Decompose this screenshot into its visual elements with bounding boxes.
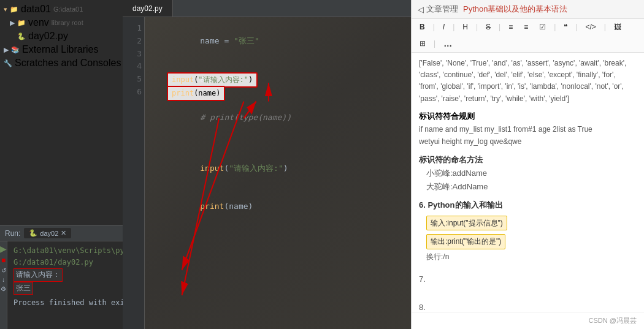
- section2-title: 标识符的命名方法: [419, 153, 637, 167]
- editor-panel: day02.py 1 2 3 4 5 6 name = "张三" age = 2…: [123, 0, 411, 329]
- toolbar-unordered-list[interactable]: ≡: [505, 21, 516, 32]
- line-numbers: 1 2 3 4 5 6: [123, 17, 145, 329]
- tree-item-day02[interactable]: 🐍 day02.py: [0, 29, 123, 43]
- run-rerun-button[interactable]: ↺: [1, 267, 6, 274]
- output-highlight-container: 输出:print("输出的是"): [426, 233, 637, 250]
- sub-item-camel-big: 大驼峰:AddName: [426, 180, 637, 194]
- run-play-button[interactable]: ▶: [0, 244, 7, 254]
- code-line-6: print(name): [152, 187, 404, 225]
- input-highlight-container: 输入:input("提示信息"): [426, 214, 637, 232]
- folder-expand-icon: ▾: [4, 6, 7, 13]
- ext-libs-icon: 📚: [11, 46, 20, 54]
- folder-icon: 📁: [10, 6, 18, 13]
- toolbar-image[interactable]: 🖼: [611, 21, 624, 32]
- input-highlight: 输入:input("提示信息"): [426, 216, 507, 230]
- num8: 8.: [419, 301, 637, 312]
- run-panel: Run: 🐍 day02 ✕ ▶ ■ ↺ ↓ ⚙ G:\data01\venv\…: [0, 225, 123, 329]
- toolbar-code[interactable]: </>: [582, 21, 599, 32]
- py-file-icon: 🐍: [17, 32, 26, 40]
- editor-tab-day02[interactable]: day02.py: [123, 0, 173, 17]
- section3-title: 6. Python的输入和输出: [419, 199, 637, 212]
- code-line-3: # print(type(name)): [152, 99, 404, 137]
- run-stop-button[interactable]: ■: [1, 256, 6, 265]
- code-area: 1 2 3 4 5 6 name = "张三" age = 22 # print…: [123, 17, 411, 329]
- toolbar-ordered-list[interactable]: ≡: [521, 21, 531, 32]
- run-body: ▶ ■ ↺ ↓ ⚙ G:\data01\venv\Scripts\python.…: [0, 241, 123, 329]
- toolbar-todo[interactable]: ☑: [536, 21, 549, 32]
- file-tree: ▾ 📁 data01 G:\data01 ▶ 📁 venv library ro…: [0, 0, 123, 225]
- article-title: Python基础以及他的基本语法: [463, 4, 567, 15]
- run-label: Run:: [5, 229, 20, 238]
- output-highlight: 输出:print("输出的是"): [426, 234, 505, 249]
- run-tab-close-icon[interactable]: ✕: [61, 229, 66, 237]
- tree-detail-data01: G:\data01: [53, 6, 83, 13]
- article-body[interactable]: ['False', 'None', 'True', 'and', 'as', '…: [412, 53, 644, 312]
- tree-label-day02: day02.py: [28, 31, 68, 42]
- editor-tab-label: day02.py: [132, 4, 163, 13]
- back-label: 文章管理: [426, 4, 458, 15]
- run-cmd-line: G:\data01\venv\Scripts\python.exe G:/dat…: [13, 245, 123, 268]
- toolbar-italic[interactable]: I: [440, 21, 448, 32]
- editor-tabs: day02.py: [123, 0, 411, 17]
- tree-label-data01: data01: [21, 4, 51, 15]
- code-line-1: name = "张三": [152, 22, 404, 60]
- code-line-5: input("请输入内容:"): [152, 149, 404, 187]
- run-output-line1: 请输入内容：: [13, 268, 123, 281]
- back-button[interactable]: ◁ 文章管理: [418, 4, 458, 15]
- tree-label-venv: venv: [28, 17, 49, 28]
- code-line-4: [152, 137, 404, 149]
- run-output-line3: Process finished with exit code 0: [13, 297, 123, 309]
- tree-item-data01[interactable]: ▾ 📁 data01 G:\data01: [0, 2, 123, 16]
- tree-expand-icon-venv: ▶: [10, 19, 15, 27]
- run-scroll-button[interactable]: ↓: [2, 276, 5, 283]
- sub-item-camel-small: 小驼峰:addName: [426, 167, 637, 180]
- toolbar-strikethrough[interactable]: S: [483, 21, 494, 32]
- run-tab-day02[interactable]: 🐍 day02 ✕: [24, 228, 71, 238]
- toolbar-row: B | I | H | S | ≡ ≡ ☑ | ❝ | </> | 🖼 ⊞ | …: [412, 19, 644, 53]
- toolbar-heading[interactable]: H: [459, 21, 471, 32]
- right-footer: CSDN @冯晨芸: [412, 312, 644, 329]
- num7: 7.: [419, 273, 637, 286]
- run-name-output: 张三: [13, 282, 33, 295]
- tree-item-venv[interactable]: ▶ 📁 venv library root: [0, 16, 123, 29]
- run-input-prompt: 请输入内容：: [13, 268, 63, 281]
- tree-label-scratches: Scratches and Consoles: [15, 58, 121, 69]
- toolbar-quote[interactable]: ❝: [561, 21, 570, 32]
- right-panel: ◁ 文章管理 Python基础以及他的基本语法 B | I | H | S | …: [411, 0, 644, 329]
- tree-item-scratches[interactable]: 🔧 Scratches and Consoles: [0, 56, 123, 70]
- tree-detail-venv: library root: [52, 19, 83, 26]
- section1-title: 标识符符合规则: [419, 110, 637, 123]
- tree-item-ext-libs[interactable]: ▶ 📚 External Libraries: [0, 43, 123, 56]
- code-content[interactable]: name = "张三" age = 22 # print(type(name))…: [145, 17, 411, 329]
- scratches-icon: 🔧: [4, 59, 12, 67]
- right-header: ◁ 文章管理 Python基础以及他的基本语法: [412, 0, 644, 19]
- toolbar-more[interactable]: …: [440, 37, 455, 50]
- tree-label-ext-libs: External Libraries: [22, 44, 99, 55]
- run-tab-bar: Run: 🐍 day02 ✕: [0, 225, 123, 241]
- footer-watermark: CSDN @冯晨芸: [589, 317, 637, 324]
- ext-libs-expand-icon: ▶: [4, 46, 9, 54]
- keywords-text: ['False', 'None', 'True', 'and', 'as', '…: [419, 58, 637, 105]
- section1-body: if name and my_list my_list1 from#1 age …: [419, 123, 637, 148]
- toolbar-table[interactable]: ⊞: [416, 38, 429, 49]
- toolbar-bold[interactable]: B: [416, 21, 428, 32]
- run-output: G:\data01\venv\Scripts\python.exe G:/dat…: [7, 241, 123, 329]
- run-output-line2: 张三: [13, 282, 123, 295]
- run-tab-name: day02: [40, 230, 58, 237]
- venv-folder-icon: 📁: [17, 19, 26, 27]
- run-settings-button[interactable]: ⚙: [1, 286, 6, 292]
- newline-note: 换行:/n: [426, 251, 637, 263]
- back-icon: ◁: [418, 5, 424, 14]
- run-controls: ▶ ■ ↺ ↓ ⚙: [0, 241, 7, 329]
- annotation-print: print(name): [167, 86, 225, 101]
